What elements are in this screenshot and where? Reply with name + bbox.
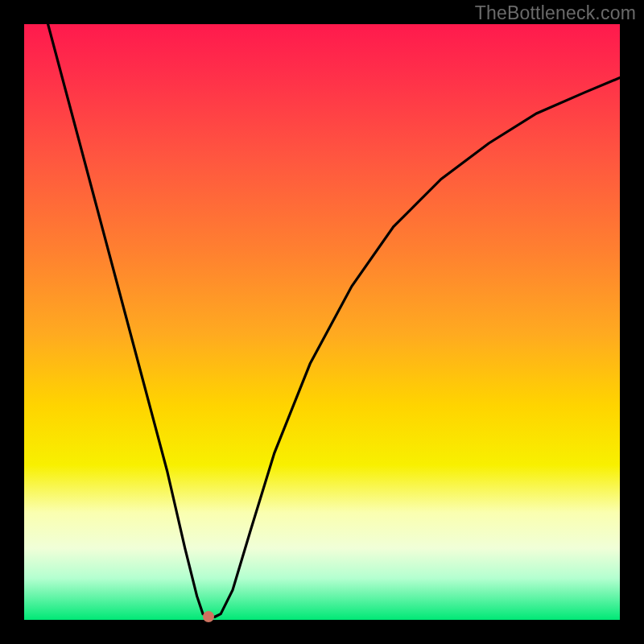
plot-area	[24, 24, 620, 620]
chart-frame: TheBottleneck.com	[0, 0, 644, 644]
min-marker-dot	[203, 611, 214, 622]
curve-svg	[24, 24, 620, 620]
bottleneck-curve-path	[48, 24, 620, 617]
watermark-text: TheBottleneck.com	[475, 2, 636, 24]
